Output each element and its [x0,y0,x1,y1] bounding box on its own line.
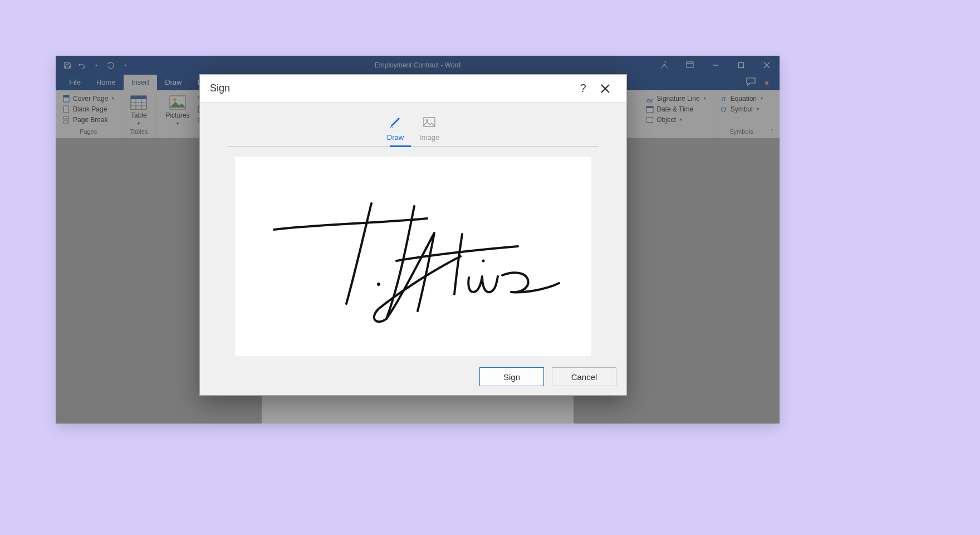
cancel-button[interactable]: Cancel [552,367,616,386]
image-icon [423,117,435,130]
close-dialog-button[interactable] [594,77,616,100]
svg-point-27 [426,119,428,121]
help-button[interactable]: ? [572,77,594,100]
svg-point-29 [482,260,485,262]
sign-tab-draw[interactable]: Draw [387,117,404,146]
dialog-body: Draw Image [200,103,626,365]
dialog-footer: Sign Cancel [200,365,626,395]
pen-icon [389,117,401,130]
sign-dialog: Sign ? Draw Image [199,74,627,396]
svg-point-28 [377,283,380,286]
dialog-title: Sign [210,82,230,94]
signature-canvas[interactable] [235,157,591,356]
sign-tab-image[interactable]: Image [419,117,439,146]
sign-button[interactable]: Sign [479,367,544,386]
handwritten-signature [241,173,586,340]
tab-underline [228,146,599,147]
sign-mode-tabs: Draw Image [228,117,599,146]
dialog-header: Sign ? [200,75,626,103]
